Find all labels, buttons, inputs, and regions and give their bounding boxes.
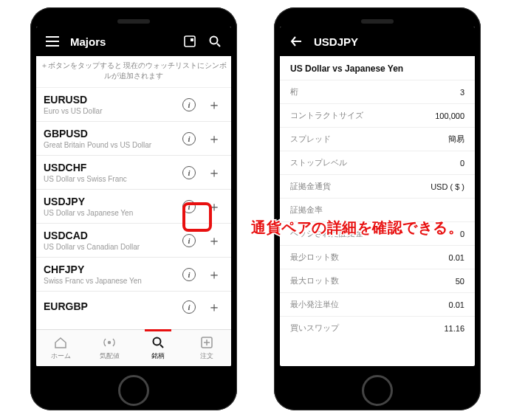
symbol-desc: Euro vs US Dollar	[44, 107, 174, 115]
detail-row: 買いスワップ 11.16	[280, 316, 475, 340]
list-item[interactable]: USDJPY US Dollar vs Japanese Yen i ＋	[36, 190, 231, 224]
page-title: Majors	[70, 35, 172, 48]
search-icon[interactable]	[208, 34, 222, 49]
phone-right: USDJPY US Dollar vs Japanese Yen 桁 3 コント…	[274, 7, 481, 410]
detail-value: 0.01	[449, 253, 464, 262]
detail-value: 簡易	[448, 134, 464, 145]
info-button[interactable]: i	[179, 95, 199, 114]
symbol-list: EURUSD Euro vs US Dollar i ＋ GBPUSD Grea…	[36, 88, 231, 329]
detail-label: 最大ロット数	[290, 275, 339, 286]
info-button[interactable]: i	[179, 297, 199, 317]
symbol: EURUSD	[44, 94, 174, 106]
detail-row: 最少ロット数 0.01	[280, 245, 475, 269]
screen-left: Majors ＋ボタンをタップすると 現在のウォッチリストにシンボルが追加されま…	[36, 27, 231, 366]
detail-row: スプレッド 簡易	[280, 127, 475, 151]
list-item[interactable]: USDCHF US Dollar vs Swiss Franc i ＋	[36, 156, 231, 190]
add-button[interactable]: ＋	[205, 95, 224, 114]
info-button[interactable]: i	[179, 163, 199, 182]
add-button[interactable]: ＋	[205, 129, 224, 148]
detail-value: 100,000	[435, 111, 464, 120]
symbol: EURGBP	[44, 300, 174, 312]
tab-label: ホーム	[51, 351, 71, 361]
symbol-desc: US Dollar vs Canadian Dollar	[44, 243, 174, 251]
detail-subtitle: US Dollar vs Japanese Yen	[280, 56, 475, 80]
info-icon: i	[182, 234, 196, 247]
symbol: GBPUSD	[44, 128, 174, 140]
detail-row: コントラクトサイズ 100,000	[280, 103, 475, 127]
detail-value: 0.01	[449, 300, 464, 309]
detail-row: 最小発注単位 0.01	[280, 292, 475, 316]
detail-value: 50	[456, 277, 464, 286]
svg-rect-1	[191, 38, 193, 41]
page-title: USDJPY	[314, 35, 466, 48]
add-button[interactable]: ＋	[205, 265, 224, 284]
detail-label: 証拠金率	[290, 204, 323, 216]
tab-label: 注文	[200, 351, 213, 361]
phone-home-button[interactable]	[362, 375, 393, 406]
detail-value: USD ( $ )	[431, 182, 464, 191]
detail-label: スプレッド	[290, 134, 331, 145]
list-item[interactable]: USDCAD US Dollar vs Canadian Dollar i ＋	[36, 224, 231, 258]
info-button[interactable]: i	[179, 129, 199, 148]
symbol-desc: Great Britain Pound vs US Dollar	[44, 141, 174, 149]
tab-symbols[interactable]: 銘柄	[134, 330, 182, 366]
info-icon: i	[182, 98, 196, 111]
svg-point-4	[154, 338, 161, 345]
detail-value: 3	[460, 88, 464, 97]
magnifier-icon	[151, 335, 165, 350]
phone-home-button[interactable]	[118, 375, 149, 406]
detail-row: 最大ロット数 50	[280, 269, 475, 292]
phone-earpiece	[117, 19, 150, 24]
tab-home[interactable]: ホーム	[36, 330, 85, 366]
add-hint-text: ＋ボタンをタップすると 現在のウォッチリストにシンボルが追加されます	[36, 56, 231, 88]
home-icon	[53, 335, 68, 350]
detail-row: 桁 3	[280, 80, 475, 103]
tab-orders[interactable]: 注文	[182, 330, 231, 366]
info-icon: i	[182, 200, 196, 213]
bottom-tabs: ホーム 気配値 銘柄	[36, 329, 231, 366]
info-icon: i	[182, 132, 196, 145]
tab-label: 銘柄	[151, 351, 165, 361]
info-icon: i	[182, 268, 196, 281]
plus-box-icon	[199, 335, 214, 350]
back-icon[interactable]	[289, 34, 303, 49]
detail-row: ストップレベル 0	[280, 151, 475, 174]
tab-label: 気配値	[100, 351, 120, 361]
symbol: USDCAD	[44, 230, 174, 241]
radio-icon	[102, 335, 117, 350]
symbol: USDJPY	[44, 196, 174, 207]
add-button[interactable]: ＋	[205, 197, 224, 216]
add-button[interactable]: ＋	[205, 163, 224, 182]
screen-right: USDJPY US Dollar vs Japanese Yen 桁 3 コント…	[280, 27, 475, 366]
detail-row: 証拠金通貨 USD ( $ )	[280, 174, 475, 198]
detail-value: 11.16	[444, 324, 464, 333]
list-item[interactable]: EURUSD Euro vs US Dollar i ＋	[36, 88, 231, 122]
tab-quotes[interactable]: 気配値	[85, 330, 134, 366]
active-indicator	[145, 329, 171, 331]
info-icon: i	[182, 166, 196, 179]
list-item[interactable]: EURGBP i ＋	[36, 292, 231, 323]
topbar-left: Majors	[36, 27, 231, 56]
info-button[interactable]: i	[179, 197, 199, 216]
add-button[interactable]: ＋	[205, 231, 224, 250]
info-button[interactable]: i	[179, 265, 199, 284]
detail-label: 最小発注単位	[290, 299, 339, 310]
hamburger-icon[interactable]	[45, 34, 60, 49]
detail-value: 0	[460, 159, 464, 168]
info-button[interactable]: i	[179, 231, 199, 250]
window-icon[interactable]	[182, 34, 197, 49]
list-item[interactable]: GBPUSD Great Britain Pound vs US Dollar …	[36, 122, 231, 156]
topbar-right: USDJPY	[280, 27, 475, 56]
symbol: CHFJPY	[44, 264, 174, 275]
symbol-desc: Swiss Franc vs Japanese Yen	[44, 277, 174, 285]
add-button[interactable]: ＋	[205, 297, 224, 317]
detail-label: 買いスワップ	[290, 323, 339, 334]
info-icon: i	[182, 300, 196, 314]
detail-label: 証拠金通貨	[290, 181, 331, 192]
symbol: USDCHF	[44, 162, 174, 173]
phone-left: Majors ＋ボタンをタップすると 現在のウォッチリストにシンボルが追加されま…	[30, 7, 237, 410]
annotation-text: 通貨ペアの詳細を確認できる。	[251, 218, 463, 238]
svg-point-3	[108, 341, 111, 344]
svg-point-2	[210, 37, 218, 44]
list-item[interactable]: CHFJPY Swiss Franc vs Japanese Yen i ＋	[36, 258, 231, 292]
